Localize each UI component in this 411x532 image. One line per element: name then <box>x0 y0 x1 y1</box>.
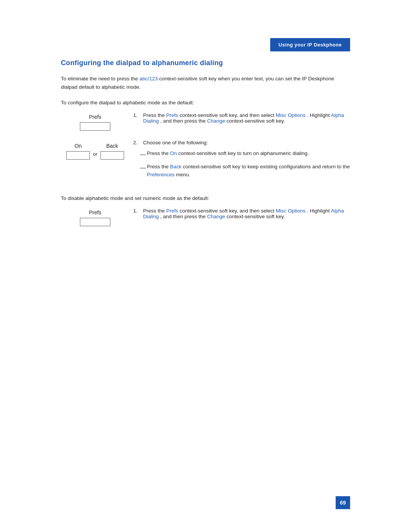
on-button <box>66 151 90 160</box>
diagram2-row: On or Back <box>66 143 124 160</box>
on-link: On <box>170 150 177 156</box>
page-container: Using your IP Deskphone Configuring the … <box>0 0 411 532</box>
step1-p5: context-sensitive soft key. <box>226 118 285 124</box>
step3-num: 1. <box>133 208 140 219</box>
page-number: 69 <box>340 500 346 506</box>
step3-instructions: 1. Press the Prefs context-sensitive sof… <box>129 208 350 223</box>
step1-text: Press the Prefs context-sensitive soft k… <box>143 112 350 124</box>
bullet2: — Press the Back context-sensitive soft … <box>140 163 350 179</box>
change-link2: Change <box>207 214 225 219</box>
diagram1: Prefs <box>61 112 129 131</box>
bullet1: — Press the On context-sensitive soft ke… <box>140 149 350 159</box>
step2-block: 2. Choose one of the following: <box>133 140 350 145</box>
section1-lead: To configure the dialpad to alphabetic m… <box>61 99 350 107</box>
bullet2-p2: context-sensitive soft key to keep exist… <box>183 164 350 169</box>
intro-text-1: To eliminate the need to press the <box>61 76 138 81</box>
section3: Prefs 1. Press the Prefs context-sensiti… <box>61 208 350 226</box>
page-title: Configuring the dialpad to alphanumeric … <box>61 59 350 67</box>
step1-p2: context-sensitive soft key, and then sel… <box>180 112 274 118</box>
change-link1: Change <box>207 118 225 124</box>
step3-block: 1. Press the Prefs context-sensitive sof… <box>133 208 350 219</box>
header-bar: Using your IP Deskphone <box>270 38 350 51</box>
bullet-list: — Press the On context-sensitive soft ke… <box>140 149 350 179</box>
diagram2: On or Back <box>61 140 129 160</box>
intro-paragraph: To eliminate the need to press the abc/1… <box>61 75 350 91</box>
diagram1-label: Prefs <box>89 114 102 120</box>
misc-options-link2: Misc Options <box>276 208 306 214</box>
bullet1-p2: context-sensitive soft key to turn on al… <box>178 150 309 156</box>
or-text: or <box>93 151 97 157</box>
step2-instructions: 2. Choose one of the following: — Press … <box>129 140 350 183</box>
step1-p3: . Highlight <box>307 112 330 118</box>
bullet1-text: Press the On context-sensitive soft key … <box>147 149 350 158</box>
bullet2-p3: menu. <box>176 172 191 177</box>
step2-lead: Choose one of the following: <box>143 140 208 145</box>
bullet2-dash: — <box>140 163 147 172</box>
diagram3-label: Prefs <box>89 209 102 216</box>
preferences-link: Preferences <box>147 172 175 177</box>
bullet1-p1: Press the <box>147 150 169 156</box>
bullet2-p1: Press the <box>147 164 169 169</box>
step3-p4: , and then press the <box>160 214 206 219</box>
section1: Prefs 1. Press the Prefs context-sensiti… <box>61 112 350 131</box>
step3-p3: . Highlight <box>307 208 330 214</box>
page-number-box: 69 <box>336 496 350 509</box>
step1-p4: , and then press the <box>160 118 206 124</box>
diagram1-button <box>80 122 110 131</box>
on-label: On <box>75 143 82 149</box>
prefs-link2: Prefs <box>166 208 178 214</box>
step1-p1: Press the <box>143 112 165 118</box>
back-link: Back <box>170 164 182 169</box>
step1-block: 1. Press the Prefs context-sensitive sof… <box>133 112 350 124</box>
step1-num: 1. <box>133 112 140 124</box>
prefs-link1: Prefs <box>166 112 178 118</box>
header-label: Using your IP Deskphone <box>279 42 342 48</box>
step3-text: Press the Prefs context-sensitive soft k… <box>143 208 350 219</box>
step1-instructions: 1. Press the Prefs context-sensitive sof… <box>129 112 350 128</box>
main-content: Configuring the dialpad to alphanumeric … <box>61 59 350 235</box>
section2: On or Back 2. Choose one of the followin… <box>61 140 350 183</box>
misc-options-link1: Misc Options <box>276 112 306 118</box>
abc123-link: abc/123 <box>139 76 158 81</box>
diagram3: Prefs <box>61 208 129 226</box>
step3-p1: Press the <box>143 208 165 214</box>
step3-p2: context-sensitive soft key, and then sel… <box>180 208 274 214</box>
bullet1-dash: — <box>140 150 147 159</box>
section2-lead: To disable alphabetic mode and set numer… <box>61 194 350 203</box>
step3-p5: context-sensitive soft key. <box>226 214 285 219</box>
step2-num: 2. <box>133 140 140 145</box>
bullet2-text: Press the Back context-sensitive soft ke… <box>147 163 350 179</box>
diagram3-button <box>80 218 110 226</box>
back-button <box>100 151 124 160</box>
back-label: Back <box>106 143 118 149</box>
